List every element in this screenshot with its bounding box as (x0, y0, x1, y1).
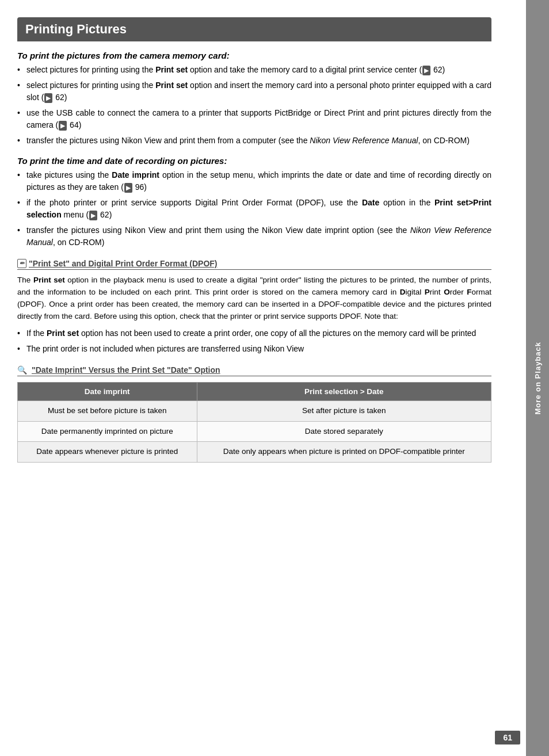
table-cell: Date permanently imprinted on picture (18, 421, 197, 442)
table-row: Must be set before picture is taken Set … (18, 400, 491, 421)
table-col1-header: Date imprint (18, 382, 197, 400)
search-icon: 🔍 (17, 365, 27, 375)
table-cell: Must be set before picture is taken (18, 400, 197, 421)
list-item: select pictures for printing using the P… (17, 64, 491, 76)
table-row: Date permanently imprinted on picture Da… (18, 421, 491, 442)
table-cell: Set after picture is taken (197, 400, 491, 421)
table-cell: Date only appears when picture is printe… (197, 442, 491, 463)
table-row: Date appears whenever picture is printed… (18, 442, 491, 463)
note1-heading: ✏ "Print Set" and Digital Print Order Fo… (17, 259, 491, 270)
list-item: if the photo printer or print service su… (17, 197, 491, 221)
list-item: If the Print set option has not been use… (17, 327, 491, 339)
section2-bullets: take pictures using the Date imprint opt… (17, 169, 491, 249)
list-item: use the USB cable to connect the camera … (17, 107, 491, 131)
list-item: select pictures for printing using the P… (17, 79, 491, 104)
note1-section: ✏ "Print Set" and Digital Print Order Fo… (17, 259, 491, 355)
sidebar-tab: More on Playback (526, 0, 549, 756)
page-number: 61 (495, 731, 520, 744)
list-item: transfer the pictures using Nikon View a… (17, 224, 491, 249)
note1-sub-bullets: If the Print set option has not been use… (17, 327, 491, 355)
note1-body: The Print set option in the playback men… (17, 274, 491, 323)
table-col2-header: Print selection > Date (197, 382, 491, 400)
comparison-table: Date imprint Print selection > Date Must… (17, 382, 491, 463)
list-item: transfer the pictures using Nikon View a… (17, 135, 491, 147)
sidebar-tab-label: More on Playback (533, 342, 542, 415)
section2-heading: To print the time and date of recording … (17, 156, 491, 166)
list-item: take pictures using the Date imprint opt… (17, 169, 491, 193)
list-item: The print order is not included when pic… (17, 343, 491, 355)
table-cell: Date appears whenever picture is printed (18, 442, 197, 463)
section1-heading: To print the pictures from the camera me… (17, 51, 491, 60)
note2-heading: 🔍 "Date Imprint" Versus the Print Set "D… (17, 365, 491, 376)
table-cell: Date stored separately (197, 421, 491, 442)
page-title: Printing Pictures (17, 17, 491, 41)
note2-section: 🔍 "Date Imprint" Versus the Print Set "D… (17, 365, 491, 463)
section1-bullets: select pictures for printing using the P… (17, 64, 491, 147)
pencil-icon: ✏ (17, 259, 26, 268)
